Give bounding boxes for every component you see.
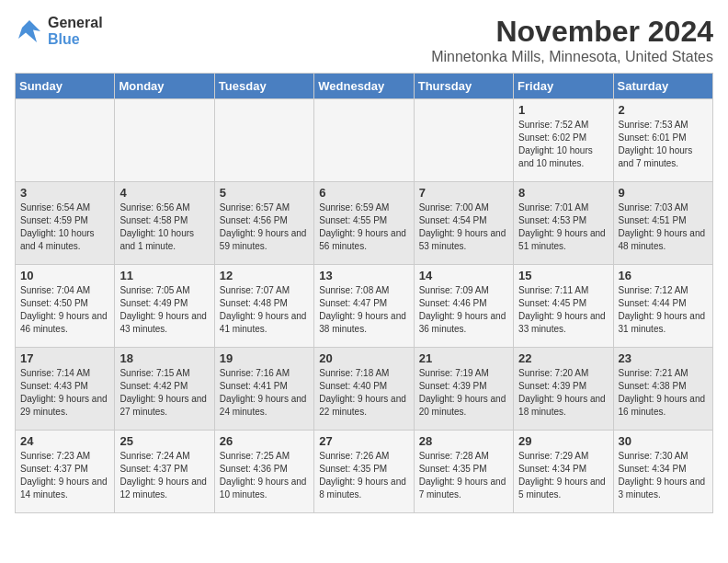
day-number: 9 [619, 186, 708, 200]
calendar-cell [214, 99, 313, 182]
calendar-cell: 13Sunrise: 7:08 AM Sunset: 4:47 PM Dayli… [314, 265, 414, 348]
calendar-cell [115, 99, 214, 182]
day-info: Sunrise: 7:08 AM Sunset: 4:47 PM Dayligh… [319, 284, 408, 336]
calendar-cell: 27Sunrise: 7:26 AM Sunset: 4:35 PM Dayli… [314, 431, 414, 513]
day-number: 16 [619, 269, 708, 282]
day-info: Sunrise: 7:24 AM Sunset: 4:37 PM Dayligh… [119, 450, 209, 501]
calendar-cell: 17Sunrise: 7:14 AM Sunset: 4:43 PM Dayli… [16, 348, 115, 431]
day-number: 15 [518, 269, 608, 282]
day-info: Sunrise: 7:53 AM Sunset: 6:01 PM Dayligh… [619, 119, 708, 170]
header-sunday: Sunday [16, 74, 115, 99]
svg-marker-0 [18, 20, 40, 42]
day-number: 29 [518, 434, 608, 448]
day-info: Sunrise: 6:54 AM Sunset: 4:59 PM Dayligh… [20, 201, 109, 253]
week-row-1: 3Sunrise: 6:54 AM Sunset: 4:59 PM Daylig… [16, 182, 713, 265]
day-info: Sunrise: 6:57 AM Sunset: 4:56 PM Dayligh… [220, 201, 309, 253]
day-number: 20 [319, 351, 408, 365]
day-info: Sunrise: 7:04 AM Sunset: 4:50 PM Dayligh… [20, 284, 109, 336]
calendar-cell: 5Sunrise: 6:57 AM Sunset: 4:56 PM Daylig… [214, 182, 313, 265]
calendar-cell: 8Sunrise: 7:01 AM Sunset: 4:53 PM Daylig… [514, 182, 613, 265]
day-info: Sunrise: 7:01 AM Sunset: 4:53 PM Dayligh… [518, 201, 608, 253]
calendar-cell: 19Sunrise: 7:16 AM Sunset: 4:41 PM Dayli… [214, 348, 313, 431]
day-number: 13 [319, 269, 408, 282]
calendar-body: 1Sunrise: 7:52 AM Sunset: 6:02 PM Daylig… [16, 99, 713, 513]
day-info: Sunrise: 7:15 AM Sunset: 4:42 PM Dayligh… [119, 367, 209, 419]
calendar-cell: 14Sunrise: 7:09 AM Sunset: 4:46 PM Dayli… [414, 265, 513, 348]
calendar-cell: 23Sunrise: 7:21 AM Sunset: 4:38 PM Dayli… [613, 348, 712, 431]
day-number: 14 [419, 269, 508, 282]
day-number: 24 [20, 434, 109, 448]
header-saturday: Saturday [613, 74, 712, 99]
calendar-cell: 25Sunrise: 7:24 AM Sunset: 4:37 PM Dayli… [115, 431, 214, 513]
calendar-cell: 15Sunrise: 7:11 AM Sunset: 4:45 PM Dayli… [514, 265, 613, 348]
day-info: Sunrise: 7:14 AM Sunset: 4:43 PM Dayligh… [20, 367, 109, 419]
calendar-cell: 24Sunrise: 7:23 AM Sunset: 4:37 PM Dayli… [16, 431, 115, 513]
calendar-cell [16, 99, 115, 182]
page-header: General Blue November 2024 Minnetonka Mi… [15, 15, 713, 65]
day-info: Sunrise: 7:21 AM Sunset: 4:38 PM Dayligh… [619, 367, 708, 419]
header-monday: Monday [115, 74, 214, 99]
calendar-cell: 3Sunrise: 6:54 AM Sunset: 4:59 PM Daylig… [16, 182, 115, 265]
day-number: 19 [220, 351, 309, 365]
day-number: 7 [419, 186, 508, 200]
day-info: Sunrise: 7:09 AM Sunset: 4:46 PM Dayligh… [419, 284, 508, 336]
day-info: Sunrise: 7:29 AM Sunset: 4:34 PM Dayligh… [518, 450, 608, 501]
day-info: Sunrise: 7:26 AM Sunset: 4:35 PM Dayligh… [319, 450, 408, 501]
logo-blue: Blue [48, 31, 103, 48]
day-info: Sunrise: 7:30 AM Sunset: 4:34 PM Dayligh… [619, 450, 708, 501]
day-info: Sunrise: 7:52 AM Sunset: 6:02 PM Dayligh… [518, 119, 608, 170]
logo-bird-icon [15, 17, 44, 46]
day-number: 2 [619, 103, 708, 117]
header-friday: Friday [514, 74, 613, 99]
calendar-cell: 18Sunrise: 7:15 AM Sunset: 4:42 PM Dayli… [115, 348, 214, 431]
location-title: Minnetonka Mills, Minnesota, United Stat… [431, 49, 713, 65]
calendar-cell: 4Sunrise: 6:56 AM Sunset: 4:58 PM Daylig… [115, 182, 214, 265]
calendar-header: SundayMondayTuesdayWednesdayThursdayFrid… [16, 74, 713, 99]
day-info: Sunrise: 7:20 AM Sunset: 4:39 PM Dayligh… [518, 367, 608, 419]
calendar-cell: 29Sunrise: 7:29 AM Sunset: 4:34 PM Dayli… [514, 431, 613, 513]
calendar-cell: 9Sunrise: 7:03 AM Sunset: 4:51 PM Daylig… [613, 182, 712, 265]
week-row-0: 1Sunrise: 7:52 AM Sunset: 6:02 PM Daylig… [16, 99, 713, 182]
logo-general: General [48, 15, 103, 31]
calendar-cell: 12Sunrise: 7:07 AM Sunset: 4:48 PM Dayli… [214, 265, 313, 348]
day-number: 17 [20, 351, 109, 365]
calendar-cell: 7Sunrise: 7:00 AM Sunset: 4:54 PM Daylig… [414, 182, 513, 265]
week-row-3: 17Sunrise: 7:14 AM Sunset: 4:43 PM Dayli… [16, 348, 713, 431]
logo: General Blue [15, 15, 103, 47]
day-number: 11 [119, 269, 209, 282]
calendar-cell: 1Sunrise: 7:52 AM Sunset: 6:02 PM Daylig… [514, 99, 613, 182]
day-info: Sunrise: 7:03 AM Sunset: 4:51 PM Dayligh… [619, 201, 708, 253]
calendar-cell: 26Sunrise: 7:25 AM Sunset: 4:36 PM Dayli… [214, 431, 313, 513]
day-number: 5 [220, 186, 309, 200]
day-info: Sunrise: 6:56 AM Sunset: 4:58 PM Dayligh… [119, 201, 209, 253]
day-info: Sunrise: 7:28 AM Sunset: 4:35 PM Dayligh… [419, 450, 508, 501]
calendar-cell: 6Sunrise: 6:59 AM Sunset: 4:55 PM Daylig… [314, 182, 414, 265]
day-info: Sunrise: 7:00 AM Sunset: 4:54 PM Dayligh… [419, 201, 508, 253]
calendar-cell: 16Sunrise: 7:12 AM Sunset: 4:44 PM Dayli… [613, 265, 712, 348]
week-row-2: 10Sunrise: 7:04 AM Sunset: 4:50 PM Dayli… [16, 265, 713, 348]
calendar-table: SundayMondayTuesdayWednesdayThursdayFrid… [15, 73, 713, 513]
day-number: 25 [119, 434, 209, 448]
header-row: SundayMondayTuesdayWednesdayThursdayFrid… [16, 74, 713, 99]
calendar-cell: 28Sunrise: 7:28 AM Sunset: 4:35 PM Dayli… [414, 431, 513, 513]
day-info: Sunrise: 7:07 AM Sunset: 4:48 PM Dayligh… [220, 284, 309, 336]
title-area: November 2024 Minnetonka Mills, Minnesot… [431, 15, 713, 65]
week-row-4: 24Sunrise: 7:23 AM Sunset: 4:37 PM Dayli… [16, 431, 713, 513]
day-info: Sunrise: 7:05 AM Sunset: 4:49 PM Dayligh… [119, 284, 209, 336]
day-number: 6 [319, 186, 408, 200]
day-number: 18 [119, 351, 209, 365]
day-number: 1 [518, 103, 608, 117]
day-number: 21 [419, 351, 508, 365]
day-number: 10 [20, 269, 109, 282]
day-info: Sunrise: 7:19 AM Sunset: 4:39 PM Dayligh… [419, 367, 508, 419]
day-number: 3 [20, 186, 109, 200]
day-info: Sunrise: 7:23 AM Sunset: 4:37 PM Dayligh… [20, 450, 109, 501]
day-info: Sunrise: 6:59 AM Sunset: 4:55 PM Dayligh… [319, 201, 408, 253]
logo-text: General Blue [48, 15, 103, 47]
day-info: Sunrise: 7:12 AM Sunset: 4:44 PM Dayligh… [619, 284, 708, 336]
calendar-cell: 30Sunrise: 7:30 AM Sunset: 4:34 PM Dayli… [613, 431, 712, 513]
calendar-cell: 21Sunrise: 7:19 AM Sunset: 4:39 PM Dayli… [414, 348, 513, 431]
calendar-cell [414, 99, 513, 182]
day-number: 22 [518, 351, 608, 365]
day-number: 12 [220, 269, 309, 282]
